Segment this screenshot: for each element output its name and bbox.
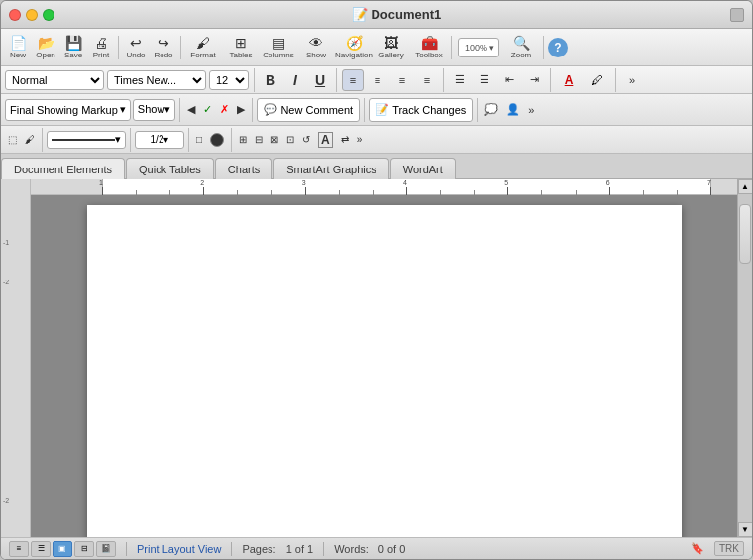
next-change-btn[interactable]: ▶	[234, 98, 248, 122]
shape-select-btn[interactable]: □	[193, 130, 205, 150]
open-icon: 📂	[38, 36, 54, 50]
ruler-tick-11	[474, 190, 475, 195]
toolbox-button[interactable]: 🧰 Toolbox	[411, 34, 447, 61]
font-select[interactable]: Times New...	[107, 70, 206, 90]
draw-select-btn[interactable]: ⬚	[5, 130, 20, 150]
align-right-button[interactable]: ≡	[391, 69, 413, 91]
columns-button[interactable]: ▤ Columns	[261, 34, 296, 61]
list-bullet-button[interactable]: ☰	[449, 69, 471, 91]
gallery-button[interactable]: 🖼 Gallery	[374, 34, 409, 61]
window-resize-btn[interactable]	[730, 8, 744, 22]
prev-change-btn[interactable]: ◀	[184, 98, 198, 122]
tab-charts[interactable]: Charts	[215, 158, 272, 179]
draw-paint-btn[interactable]: 🖌	[22, 130, 38, 150]
rotate-btn[interactable]: ↺	[299, 130, 313, 150]
reject-btn[interactable]: ✗	[217, 98, 232, 122]
ruler-mark-1: -1	[3, 239, 9, 246]
markup-select[interactable]: Final Showing Markup ▾	[5, 99, 131, 121]
group-btn[interactable]: ⊡	[283, 130, 297, 150]
format-label: Format	[190, 51, 215, 59]
review-more-btn[interactable]: »	[525, 98, 537, 122]
line-style-select[interactable]: ▾	[47, 131, 126, 149]
indent-decrease-button[interactable]: ⇤	[498, 69, 520, 91]
arrange-btn[interactable]: ⊠	[268, 130, 281, 150]
outline-view-button[interactable]: ☰	[31, 541, 51, 557]
draw-select-icon: ⬚	[8, 134, 17, 145]
align-draw-btn[interactable]: ⊟	[252, 130, 266, 150]
scroll-track[interactable]	[738, 194, 752, 522]
normal-view-button[interactable]: ≡	[9, 541, 29, 557]
user-icon: 👤	[506, 103, 520, 116]
italic-button[interactable]: I	[284, 69, 306, 91]
new-icon: 📄	[10, 36, 27, 50]
draw-more-btn[interactable]: »	[354, 130, 366, 150]
bold-button[interactable]: B	[260, 69, 281, 91]
more-btn[interactable]: »	[621, 69, 643, 91]
color-fill-btn[interactable]	[207, 130, 227, 150]
web-layout-button[interactable]: ⊟	[74, 541, 94, 557]
indent-increase-button[interactable]: ⇥	[523, 69, 545, 91]
track-changes-label: Track Changes	[392, 104, 466, 116]
notebook-view-button[interactable]: 📓	[96, 541, 116, 557]
document-page[interactable]	[87, 205, 682, 537]
tab-smartart-graphics[interactable]: SmartArt Graphics	[273, 158, 388, 179]
redo-icon: ↪	[158, 36, 169, 50]
redo-button[interactable]: ↪ Redo	[151, 34, 176, 61]
ruler-tick-1	[136, 190, 137, 195]
undo-button[interactable]: ↩ Undo	[123, 34, 149, 61]
format-button[interactable]: 🖌 Format	[185, 34, 221, 61]
align-left-button[interactable]: ≡	[342, 69, 364, 91]
show-dropdown[interactable]: Show▾	[133, 99, 176, 121]
tab-quick-tables[interactable]: Quick Tables	[126, 158, 214, 179]
markup-chevron-icon: ▾	[120, 103, 126, 116]
help-button[interactable]: ?	[548, 38, 568, 57]
navigation-button[interactable]: 🧭 Navigation	[336, 34, 372, 61]
formatting-toolbar: Normal Times New... 12 B I U ≡ ≡ ≡ ≡ ☰ ☰	[1, 66, 752, 94]
scroll-down-button[interactable]: ▼	[738, 522, 753, 537]
track-changes-button[interactable]: 📝 Track Changes	[369, 98, 473, 122]
show-button[interactable]: 👁 Show	[298, 34, 334, 61]
print-layout-button[interactable]: ▣	[53, 541, 72, 557]
grid-btn[interactable]: ⊞	[236, 130, 250, 150]
font-color-button[interactable]: A	[556, 69, 582, 91]
accept-btn[interactable]: ✓	[200, 98, 215, 122]
scroll-up-button[interactable]: ▲	[738, 179, 753, 194]
open-button[interactable]: 📂 Open	[33, 34, 58, 61]
tables-button[interactable]: ⊞ Tables	[223, 34, 259, 61]
justify-button[interactable]: ≡	[416, 69, 438, 91]
words-value: 0 of 0	[378, 543, 406, 555]
text-btn[interactable]: A	[315, 130, 336, 150]
highlight-button[interactable]: 🖊	[585, 69, 610, 91]
new-comment-icon: 💬	[264, 103, 277, 116]
save-button[interactable]: 💾 Save	[60, 34, 86, 61]
underline-button[interactable]: U	[309, 69, 331, 91]
style-select[interactable]: Normal	[5, 70, 104, 90]
user-icon-btn[interactable]: 👤	[503, 98, 523, 122]
new-comment-button[interactable]: 💬 New Comment	[257, 98, 360, 122]
tab-wordart[interactable]: WordArt	[390, 158, 456, 179]
scroll-thumb[interactable]	[739, 204, 751, 264]
list-number-button[interactable]: ☰	[474, 69, 495, 91]
print-layout-link[interactable]: Print Layout View	[137, 543, 221, 555]
ruler-tick-8	[373, 190, 374, 195]
zoom-box[interactable]: 100% ▾	[458, 38, 499, 57]
maximize-button[interactable]	[43, 9, 54, 21]
wrap-btn[interactable]: ⇄	[338, 130, 352, 150]
new-comment-label: New Comment	[280, 104, 353, 116]
font-size-select[interactable]: 12	[209, 70, 249, 90]
align-center-button[interactable]: ≡	[367, 69, 388, 91]
document-scroll[interactable]	[31, 195, 737, 537]
title-icon: 📝	[352, 7, 368, 22]
zoom-button[interactable]: 🔍 Zoom	[503, 34, 539, 61]
minimize-button[interactable]	[26, 9, 38, 21]
print-button[interactable]: 🖨 Print	[88, 34, 114, 61]
new-button[interactable]: 📄 New	[5, 34, 31, 61]
tab-document-elements[interactable]: Document Elements	[1, 158, 125, 179]
close-button[interactable]	[9, 9, 21, 21]
ruler-tick-16	[643, 190, 644, 195]
titlebar: 📝 Document1	[1, 1, 752, 29]
draw-sep-2	[130, 128, 131, 152]
page-select[interactable]: 1/2 ▾	[135, 131, 184, 149]
comment-icon-btn[interactable]: 💭	[482, 98, 501, 122]
tab-smartart-graphics-label: SmartArt Graphics	[286, 164, 376, 175]
